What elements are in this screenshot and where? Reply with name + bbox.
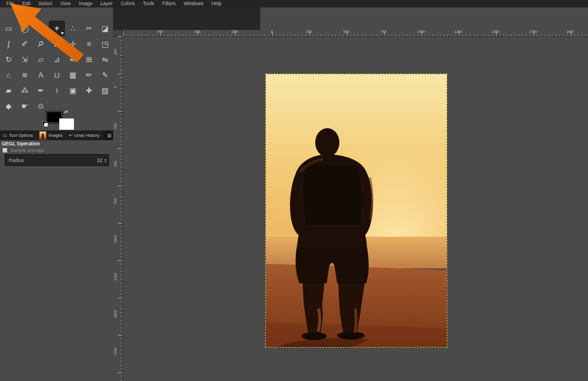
tool-measure[interactable]: ∡ bbox=[49, 36, 65, 52]
tool-color-picker[interactable]: ✐ bbox=[17, 36, 33, 52]
menu-select[interactable]: Select bbox=[34, 0, 56, 7]
v-ruler-label: 1750 bbox=[114, 348, 117, 355]
scissors-select-icon: ✂ bbox=[86, 24, 92, 33]
warp-transform-icon: ≋ bbox=[22, 71, 28, 79]
tool-text[interactable]: A bbox=[33, 67, 49, 83]
perspective-icon: ⊿ bbox=[54, 55, 60, 64]
tool-clone[interactable]: ▣ bbox=[65, 83, 81, 98]
radius-slider[interactable]: Radius 12 ▲ ▼ bbox=[5, 154, 109, 166]
v-ruler-label: 1000 bbox=[114, 236, 117, 243]
close-dock-icon[interactable]: ⊠ bbox=[107, 133, 111, 138]
sample-average-checkbox[interactable] bbox=[2, 148, 7, 153]
radius-label: Radius bbox=[5, 157, 97, 163]
tool-rotate[interactable]: ↻ bbox=[1, 52, 17, 67]
tool-perspective-clone[interactable]: ▨ bbox=[97, 83, 113, 98]
tool-align[interactable]: ≡ bbox=[81, 36, 97, 52]
vertical-ruler[interactable]: -25002505007501000125015001750 bbox=[113, 36, 123, 381]
rotate-icon: ↻ bbox=[6, 55, 12, 64]
menu-view[interactable]: View bbox=[56, 0, 75, 7]
color-picker-icon: ✐ bbox=[22, 40, 28, 48]
select-by-color-icon: ∴ bbox=[71, 24, 75, 33]
h-ruler-label: -250 bbox=[231, 30, 238, 33]
tool-flip[interactable]: ⇋ bbox=[97, 52, 113, 67]
sunset-photo bbox=[266, 74, 447, 347]
horizontal-ruler[interactable]: -750-500-2500250500750100012501500175020… bbox=[123, 30, 588, 37]
v-ruler-label: -250 bbox=[114, 49, 117, 56]
tool-warp-transform[interactable]: ≋ bbox=[17, 67, 33, 83]
tool-gradient[interactable]: ▦ bbox=[65, 67, 81, 83]
tool-shear[interactable]: ▱ bbox=[33, 52, 49, 67]
ellipse-select-icon: ◯ bbox=[21, 24, 29, 33]
tool-ellipse-select[interactable]: ◯ bbox=[17, 21, 33, 36]
ink-icon: ✒ bbox=[38, 86, 44, 95]
v-ruler-label: 750 bbox=[114, 198, 117, 204]
tool-paths[interactable]: ∫ bbox=[1, 36, 17, 52]
tool-ink[interactable]: ✒ bbox=[33, 83, 49, 98]
menu-filters[interactable]: Filters bbox=[158, 0, 180, 7]
paintbrush-icon: ✎ bbox=[102, 71, 109, 79]
menu-help[interactable]: Help bbox=[207, 0, 225, 7]
tool-perspective[interactable]: ⊿ bbox=[49, 52, 65, 67]
tool-bucket-fill[interactable]: ⊔ bbox=[49, 67, 65, 83]
tool-crop[interactable]: ◳ bbox=[97, 36, 113, 52]
tool-heal[interactable]: ✚ bbox=[81, 83, 97, 98]
menu-windows[interactable]: Windows bbox=[180, 0, 207, 7]
v-ruler-label: 1250 bbox=[114, 273, 117, 280]
gimp-window: FileEditSelectViewImageLayerColorsToolsF… bbox=[0, 0, 588, 381]
fuzzy-select-icon: ✶ bbox=[54, 24, 60, 33]
menu-edit[interactable]: Edit bbox=[18, 0, 35, 7]
tool-fuzzy-select[interactable]: ✶➤ bbox=[49, 21, 65, 36]
image-tab-strip bbox=[113, 7, 260, 30]
tool-scissors-select[interactable]: ✂ bbox=[81, 21, 97, 36]
tool-airbrush[interactable]: ⁂ bbox=[17, 83, 33, 98]
background-color-swatch[interactable] bbox=[59, 118, 74, 130]
canvas-image[interactable] bbox=[266, 74, 447, 347]
menu-layer[interactable]: Layer bbox=[96, 0, 117, 7]
radius-value: 12 bbox=[97, 157, 104, 163]
bucket-fill-icon: ⊔ bbox=[54, 71, 60, 79]
default-colors-icon[interactable] bbox=[42, 121, 48, 126]
tool-paintbrush[interactable]: ✎ bbox=[97, 67, 113, 83]
v-ruler-label: 0 bbox=[114, 86, 117, 88]
tool-unified-transform[interactable]: ⇹ bbox=[65, 52, 81, 67]
sample-average-label: Sample average bbox=[10, 148, 44, 153]
tool-move[interactable]: ✛ bbox=[65, 36, 81, 52]
tool-free-select[interactable]: ∿ bbox=[33, 21, 49, 36]
smudge-icon: ☛ bbox=[21, 102, 28, 110]
tool-scale[interactable]: ⇲ bbox=[17, 52, 33, 67]
tool-select-by-color[interactable]: ∴ bbox=[65, 21, 81, 36]
h-ruler-label: -500 bbox=[194, 30, 200, 33]
tab-tool-options-label: Tool Options bbox=[9, 133, 33, 138]
tool-zoom[interactable]: ⚲ bbox=[33, 36, 49, 52]
heal-icon: ✚ bbox=[86, 86, 92, 95]
swap-colors-icon[interactable]: ⇄ bbox=[64, 109, 68, 114]
tab-undo-history[interactable]: ↩ Undo History bbox=[66, 130, 103, 140]
dock-tab-bar: ▭ Tool Options Images ↩ Undo History ⊠ bbox=[0, 130, 113, 140]
h-ruler-label: 750 bbox=[381, 30, 386, 33]
menu-colors[interactable]: Colors bbox=[117, 0, 139, 7]
tool-pencil[interactable]: ✏ bbox=[81, 67, 97, 83]
tool-3d-transform[interactable]: ⊞ bbox=[81, 52, 97, 67]
gegl-operation-title: GEGL Operation bbox=[2, 141, 40, 147]
tool-options-icon: ▭ bbox=[3, 133, 7, 138]
measure-icon: ∡ bbox=[53, 40, 60, 48]
tool-blur-sharpen[interactable]: ◆ bbox=[1, 98, 17, 114]
tab-tool-options[interactable]: ▭ Tool Options bbox=[0, 130, 36, 140]
tool-smudge[interactable]: ☛ bbox=[17, 98, 33, 114]
tool-rectangle-select[interactable]: ▭ bbox=[1, 21, 17, 36]
blur-sharpen-icon: ◆ bbox=[6, 102, 11, 110]
radius-spinner[interactable]: ▲ ▼ bbox=[104, 158, 109, 163]
tool-eraser[interactable]: ▰ bbox=[1, 83, 17, 98]
tool-mypaint-brush[interactable]: ≀ bbox=[49, 83, 65, 98]
tool-foreground-select[interactable]: ◪ bbox=[97, 21, 113, 36]
tab-images[interactable]: Images bbox=[36, 130, 66, 140]
menu-file[interactable]: File bbox=[2, 0, 18, 7]
move-icon: ✛ bbox=[70, 40, 76, 48]
spin-down-icon[interactable]: ▼ bbox=[104, 160, 107, 163]
unified-transform-icon: ⇹ bbox=[70, 55, 76, 64]
menu-image[interactable]: Image bbox=[75, 0, 96, 7]
menu-tools[interactable]: Tools bbox=[139, 0, 158, 7]
h-ruler-label: 1750 bbox=[529, 30, 536, 33]
paths-icon: ∫ bbox=[7, 40, 10, 48]
tool-cage-transform[interactable]: ⌂ bbox=[1, 67, 17, 83]
